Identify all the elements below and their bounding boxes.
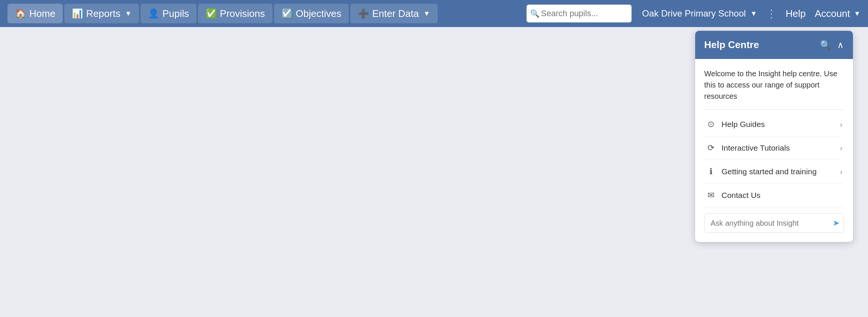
search-input[interactable] [526,5,632,23]
account-label: Account [815,8,850,20]
objectives-button[interactable]: ☑️ Objectives [274,4,349,23]
help-collapse-icon[interactable]: ∧ [837,40,844,50]
home-icon: 🏠 [15,8,26,19]
account-button[interactable]: Account ▼ [815,8,860,20]
nav-more-dots[interactable]: ⋮ [766,8,777,20]
getting-started-chevron: › [840,168,842,176]
enter-data-button[interactable]: ➕ Enter Data ▼ [350,4,437,23]
school-dropdown-caret: ▼ [750,10,757,18]
help-welcome-text: Welcome to the Insight help centre. Use … [704,68,844,102]
right-nav: Oak Drive Primary School ▼ ⋮ Help Accoun… [642,8,860,20]
interactive-tutorials-label: Interactive Tutorials [721,143,790,152]
help-menu-item-tutorials[interactable]: ⟳ Interactive Tutorials › [704,136,844,160]
help-guides-chevron: › [840,120,842,129]
interactive-tutorials-icon: ⟳ [706,143,716,153]
help-panel-header: Help Centre 🔍 ∧ [695,31,853,59]
help-divider [704,109,844,110]
getting-started-icon: ℹ [706,167,716,177]
provisions-label: Provisions [220,8,265,20]
pupils-icon: 👤 [148,8,159,19]
interactive-tutorials-chevron: › [840,144,842,152]
help-ask-wrapper: ➤ [704,213,844,233]
home-button[interactable]: 🏠 Home [8,4,63,23]
search-icon: 🔍 [530,9,540,18]
pupils-label: Pupils [162,8,189,20]
help-panel-title: Help Centre [704,39,759,51]
enter-data-label: Enter Data [372,8,419,20]
school-name: Oak Drive Primary School [642,8,746,19]
help-panel: Help Centre 🔍 ∧ Welcome to the Insight h… [695,31,853,242]
reports-label: Reports [86,8,120,20]
enter-data-icon: ➕ [358,8,369,19]
help-menu-item-guides[interactable]: ⊙ Help Guides › [704,113,844,136]
help-guides-label: Help Guides [721,120,765,129]
reports-button[interactable]: 📊 Reports ▼ [64,4,139,23]
help-search-icon[interactable]: 🔍 [820,40,831,50]
main-area: Help Centre 🔍 ∧ Welcome to the Insight h… [0,27,868,317]
school-selector[interactable]: Oak Drive Primary School ▼ [642,8,757,19]
provisions-icon: ✅ [206,8,217,19]
navbar: 🏠 Home 📊 Reports ▼ 👤 Pupils ✅ Provisions… [0,0,868,27]
help-menu-item-getting-started[interactable]: ℹ Getting started and training › [704,160,844,184]
help-link[interactable]: Help [786,8,806,20]
account-dropdown-caret: ▼ [854,10,860,18]
contact-us-label: Contact Us [721,191,761,200]
reports-icon: 📊 [72,8,83,19]
help-menu-item-contact[interactable]: ✉ Contact Us [704,184,844,207]
objectives-label: Objectives [296,8,341,20]
help-panel-body: Welcome to the Insight help centre. Use … [695,59,853,242]
objectives-icon: ☑️ [281,8,293,19]
help-panel-header-icons: 🔍 ∧ [820,40,844,50]
enter-data-caret: ▼ [423,10,430,18]
help-ask-input[interactable] [704,213,844,233]
reports-caret: ▼ [125,10,132,18]
help-guides-icon: ⊙ [706,119,716,129]
getting-started-label: Getting started and training [721,167,817,176]
help-ask-send-icon[interactable]: ➤ [833,218,839,228]
search-wrapper: 🔍 [526,5,632,23]
home-label: Home [29,8,55,20]
pupils-button[interactable]: 👤 Pupils [141,4,197,23]
contact-us-icon: ✉ [706,190,716,200]
provisions-button[interactable]: ✅ Provisions [198,4,272,23]
